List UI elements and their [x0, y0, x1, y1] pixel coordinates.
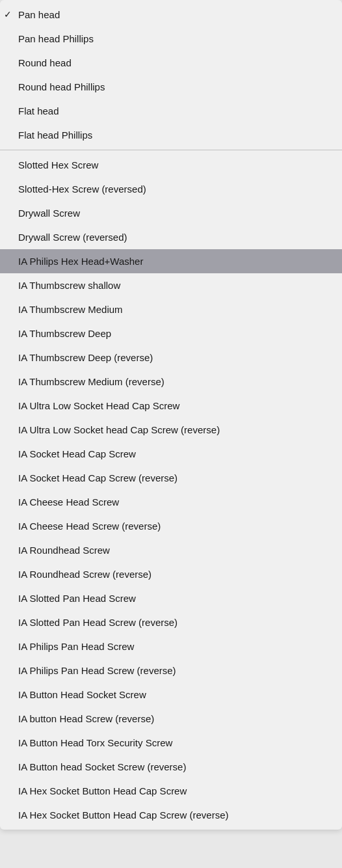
- list-item-label: IA Cheese Head Screw (reverse): [18, 519, 161, 533]
- list-item-label: Pan head: [18, 8, 60, 21]
- list-item-label: IA Hex Socket Button Head Cap Screw (rev…: [18, 808, 228, 822]
- list-item-label: IA Socket Head Cap Screw: [18, 447, 136, 461]
- list-item-label: IA Philips Pan Head Screw: [18, 640, 134, 653]
- list-item-label: Pan head Phillips: [18, 32, 94, 46]
- list-item-ia-button-head-screw-reverse[interactable]: ✓IA button Head Screw (reverse): [0, 707, 342, 731]
- list-item-ia-thumbscrew-medium[interactable]: ✓IA Thumbscrew Medium: [0, 297, 342, 321]
- list-item-label: IA button Head Screw (reverse): [18, 712, 154, 726]
- list-item-ia-thumbscrew-deep[interactable]: ✓IA Thumbscrew Deep: [0, 321, 342, 346]
- list-item-ia-hex-socket-button-head-cap-screw-reverse[interactable]: ✓IA Hex Socket Button Head Cap Screw (re…: [0, 803, 342, 827]
- list-item-label: IA Thumbscrew shallow: [18, 278, 120, 292]
- list-item-round-head[interactable]: ✓Round head: [0, 51, 342, 75]
- list-item-flat-head[interactable]: ✓Flat head: [0, 99, 342, 123]
- list-item-label: IA Roundhead Screw (reverse): [18, 567, 151, 581]
- list-item-ia-philips-pan-head-screw[interactable]: ✓IA Philips Pan Head Screw: [0, 634, 342, 658]
- list-item-ia-philips-pan-head-screw-reverse[interactable]: ✓IA Philips Pan Head Screw (reverse): [0, 658, 342, 683]
- list-item-ia-ultra-low-socket-head-cap-screw[interactable]: ✓IA Ultra Low Socket Head Cap Screw: [0, 394, 342, 418]
- list-item-label: IA Thumbscrew Medium (reverse): [18, 375, 164, 388]
- list-item-ia-roundhead-screw-reverse[interactable]: ✓IA Roundhead Screw (reverse): [0, 562, 342, 586]
- list-item-ia-socket-head-cap-screw-reverse[interactable]: ✓IA Socket Head Cap Screw (reverse): [0, 466, 342, 490]
- list-item-label: Round head: [18, 56, 72, 70]
- list-item-label: Drywall Screw (reversed): [18, 230, 127, 244]
- list-item-ia-button-head-socket-screw[interactable]: ✓IA Button Head Socket Screw: [0, 683, 342, 707]
- list-item-label: IA Hex Socket Button Head Cap Screw: [18, 784, 187, 798]
- list-item-ia-thumbscrew-medium-reverse[interactable]: ✓IA Thumbscrew Medium (reverse): [0, 370, 342, 394]
- list-item-pan-head[interactable]: ✓Pan head: [0, 3, 342, 27]
- list-item-ia-slotted-pan-head-screw-reverse[interactable]: ✓IA Slotted Pan Head Screw (reverse): [0, 610, 342, 634]
- list-item-label: Flat head Phillips: [18, 128, 92, 142]
- list-item-ia-cheese-head-screw[interactable]: ✓IA Cheese Head Screw: [0, 490, 342, 514]
- list-item-label: IA Roundhead Screw: [18, 543, 110, 557]
- list-item-label: Round head Phillips: [18, 80, 105, 94]
- list-item-label: IA Philips Hex Head+Washer: [18, 254, 143, 268]
- list-item-label: IA Slotted Pan Head Screw: [18, 591, 136, 605]
- list-item-label: IA Cheese Head Screw: [18, 495, 119, 509]
- list-item-drywall-screw-reversed[interactable]: ✓Drywall Screw (reversed): [0, 225, 342, 249]
- list-item-slotted-hex-screw-reversed[interactable]: ✓Slotted-Hex Screw (reversed): [0, 177, 342, 201]
- list-item-label: IA Button head Socket Screw (reverse): [18, 760, 186, 774]
- list-item-ia-ultra-low-socket-head-cap-screw-reverse[interactable]: ✓IA Ultra Low Socket head Cap Screw (rev…: [0, 418, 342, 442]
- list-item-ia-hex-socket-button-head-cap-screw[interactable]: ✓IA Hex Socket Button Head Cap Screw: [0, 779, 342, 803]
- list-item-ia-roundhead-screw[interactable]: ✓IA Roundhead Screw: [0, 538, 342, 562]
- list-item-ia-thumbscrew-deep-reverse[interactable]: ✓IA Thumbscrew Deep (reverse): [0, 346, 342, 370]
- list-item-round-head-phillips[interactable]: ✓Round head Phillips: [0, 75, 342, 99]
- list-item-ia-socket-head-cap-screw[interactable]: ✓IA Socket Head Cap Screw: [0, 442, 342, 466]
- list-item-label: IA Ultra Low Socket head Cap Screw (reve…: [18, 423, 220, 437]
- group-divider: [0, 150, 342, 150]
- list-item-ia-cheese-head-screw-reverse[interactable]: ✓IA Cheese Head Screw (reverse): [0, 514, 342, 538]
- list-item-slotted-hex-screw[interactable]: ✓Slotted Hex Screw: [0, 153, 342, 177]
- list-item-ia-philips-hex-head-washer[interactable]: ✓IA Philips Hex Head+Washer: [0, 249, 342, 273]
- list-item-label: Slotted-Hex Screw (reversed): [18, 182, 146, 196]
- list-item-drywall-screw[interactable]: ✓Drywall Screw: [0, 201, 342, 225]
- list-item-ia-thumbscrew-shallow[interactable]: ✓IA Thumbscrew shallow: [0, 273, 342, 297]
- list-item-ia-button-head-torx-security-screw[interactable]: ✓IA Button Head Torx Security Screw: [0, 731, 342, 755]
- checkmark-icon: ✓: [4, 8, 12, 21]
- list-item-label: IA Slotted Pan Head Screw (reverse): [18, 616, 178, 629]
- list-item-ia-button-head-socket-screw-reverse[interactable]: ✓IA Button head Socket Screw (reverse): [0, 755, 342, 779]
- list-item-flat-head-phillips[interactable]: ✓Flat head Phillips: [0, 123, 342, 147]
- list-item-label: IA Thumbscrew Deep: [18, 327, 111, 340]
- list-item-label: IA Ultra Low Socket Head Cap Screw: [18, 399, 179, 413]
- list-item-label: Flat head: [18, 104, 59, 118]
- list-item-label: IA Philips Pan Head Screw (reverse): [18, 664, 176, 677]
- list-item-label: IA Thumbscrew Medium: [18, 303, 123, 316]
- list-item-label: Drywall Screw: [18, 206, 80, 220]
- list-item-label: IA Button Head Torx Security Screw: [18, 736, 172, 750]
- list-item-pan-head-phillips[interactable]: ✓Pan head Phillips: [0, 27, 342, 51]
- dropdown-list: ✓Pan head✓Pan head Phillips✓Round head✓R…: [0, 0, 342, 830]
- list-item-ia-slotted-pan-head-screw[interactable]: ✓IA Slotted Pan Head Screw: [0, 586, 342, 610]
- list-item-label: IA Socket Head Cap Screw (reverse): [18, 471, 178, 485]
- list-item-label: IA Button Head Socket Screw: [18, 688, 146, 701]
- list-item-label: Slotted Hex Screw: [18, 158, 98, 172]
- list-item-label: IA Thumbscrew Deep (reverse): [18, 351, 153, 364]
